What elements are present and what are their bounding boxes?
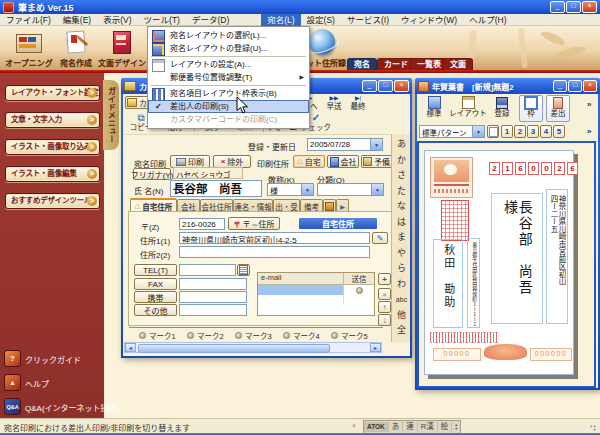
- recipient-name-frame[interactable]: 長谷部 尚吾 様: [491, 193, 543, 324]
- stamp-area[interactable]: [430, 157, 473, 198]
- reg-date-combo[interactable]: 2005/07/28 ▼: [307, 138, 383, 151]
- fax-button[interactable]: FAX: [134, 278, 177, 290]
- opening-button[interactable]: オープニング: [2, 27, 56, 68]
- menu-item-frame-display[interactable]: 宛名項目レイアウト枠表示(B): [148, 87, 309, 100]
- maximize-icon[interactable]: □: [566, 1, 581, 13]
- mark1[interactable]: マーク1: [139, 330, 176, 341]
- atok-mode-e[interactable]: 絵: [438, 422, 453, 432]
- name-field[interactable]: 長谷部 尚吾: [170, 180, 262, 197]
- close-icon[interactable]: ×: [582, 1, 597, 13]
- frame-toggle-button[interactable]: 枠: [519, 95, 543, 122]
- atok-palette[interactable]: ATOK あ 連 R漢 絵 ▲▼: [363, 420, 461, 434]
- pattern-blank-button[interactable]: [487, 125, 499, 138]
- bunmen-design-button[interactable]: 文面デザイン: [96, 27, 148, 68]
- email-column-header[interactable]: e-mail: [258, 273, 344, 284]
- pattern-1-button[interactable]: 1: [501, 125, 513, 138]
- help-link[interactable]: ヘルプ: [25, 378, 49, 389]
- furigana-button[interactable]: フリガナ(Y): [133, 168, 171, 180]
- register-button[interactable]: 登録: [488, 96, 516, 118]
- zip-to-address-button[interactable]: 〒 〒⇔住所: [228, 217, 280, 230]
- index-other[interactable]: 他: [392, 308, 411, 324]
- menu-atena[interactable]: 宛名(L): [261, 14, 300, 26]
- chevron-down-icon[interactable]: ▼: [370, 139, 382, 150]
- index-wa[interactable]: わ: [392, 277, 411, 293]
- card-horizontal-scrollbar[interactable]: ◄ ►: [124, 342, 382, 353]
- furigana-field[interactable]: ハセベ ショウゴ: [173, 167, 243, 179]
- scroll-right-icon[interactable]: ►: [370, 343, 381, 352]
- pattern-4-button[interactable]: 4: [540, 125, 552, 138]
- tel-button[interactable]: TEL(T): [134, 264, 177, 276]
- atok-spinner[interactable]: ▲▼: [452, 423, 460, 431]
- index-a[interactable]: あ: [392, 137, 411, 153]
- index-ka[interactable]: か: [392, 153, 411, 169]
- spare-address-button[interactable]: 予備: [361, 155, 392, 168]
- scroll-left-icon[interactable]: ◄: [125, 343, 136, 352]
- email-row-selected[interactable]: [258, 285, 374, 295]
- menu-item-customer-barcode[interactable]: カスタマバーコードの印刷(C): [148, 113, 309, 126]
- address-edit-button[interactable]: ✎: [372, 232, 388, 244]
- index-ra[interactable]: ら: [392, 261, 411, 277]
- mark4[interactable]: マーク4: [283, 330, 320, 341]
- layout-button[interactable]: レイアウト: [448, 96, 488, 118]
- postcard-window-titlebar[interactable]: 年賀葉書 [新規]無題2 _ □ ×: [415, 78, 600, 94]
- index-ma[interactable]: ま: [392, 230, 411, 246]
- postcard-maximize-icon[interactable]: □: [568, 80, 582, 92]
- sidebar-button-layout-font[interactable]: レイアウト・フォント設定 >: [5, 85, 100, 101]
- sidebar-button-text-input[interactable]: 文章・文字入力 >: [5, 112, 100, 128]
- minimize-icon[interactable]: _: [550, 1, 565, 13]
- menu-edit[interactable]: 編集(E): [57, 14, 97, 26]
- index-na[interactable]: な: [392, 199, 411, 215]
- chevron-down-icon[interactable]: ▼: [472, 126, 484, 137]
- guide-menu-tab[interactable]: ガイドメニュー: [103, 80, 119, 150]
- address1-field[interactable]: 神奈川県川崎市宮前区初山4-2-5: [179, 232, 370, 244]
- menu-item-layout-settings[interactable]: レイアウトの設定(A)...: [148, 58, 309, 71]
- pattern-5-button[interactable]: 5: [553, 125, 565, 138]
- menu-item-zip-adjust[interactable]: 郵便番号位置微調整(T) ▶: [148, 71, 309, 84]
- mark2[interactable]: マーク2: [187, 330, 224, 341]
- nenga-mark[interactable]: [441, 200, 469, 241]
- send-column-header[interactable]: 送信: [344, 273, 374, 284]
- category-combo[interactable]: ▼: [317, 183, 384, 196]
- sender-name-frame[interactable]: 秋田 勘助: [433, 239, 463, 328]
- tel-lookup-button[interactable]: [237, 264, 250, 276]
- card-maximize-icon[interactable]: □: [378, 80, 393, 92]
- card-minimize-icon[interactable]: _: [362, 80, 377, 92]
- toolbar-overflow-icon[interactable]: »: [587, 100, 591, 109]
- fax-field[interactable]: [179, 278, 247, 290]
- zip-field[interactable]: 216-0026: [179, 218, 225, 230]
- postcard-canvas[interactable]: 2 1 6 0 0 2 6 神奈川県川崎市宮前区初山 四ー二ー五 長谷部 尚吾 …: [424, 150, 574, 375]
- menu-window[interactable]: ウィンドウ(W): [395, 14, 463, 26]
- mark3[interactable]: マーク3: [235, 330, 272, 341]
- sidebar-button-design-tools[interactable]: おすすめデザインツール >: [5, 193, 100, 209]
- mode-tab-bunmen[interactable]: 文面: [443, 58, 473, 70]
- recipient-address-frame[interactable]: 神奈川県川崎市宮前区初山 四ー二ー五: [546, 189, 568, 324]
- mark1-radio[interactable]: [139, 332, 146, 339]
- other-field[interactable]: [179, 304, 247, 316]
- email-move-up-button[interactable]: ↑: [378, 301, 391, 313]
- pattern-2-button[interactable]: 2: [514, 125, 526, 138]
- index-ha[interactable]: は: [392, 215, 411, 231]
- pattern-combo[interactable]: 標準パターン ▼: [419, 125, 485, 138]
- tab-home-address[interactable]: ⌂ 自宅住所: [130, 198, 177, 212]
- qa-link[interactable]: Q&A(インターネット接続): [25, 402, 119, 413]
- menu-view[interactable]: 表示(V): [97, 14, 137, 26]
- menu-help[interactable]: ヘルプ(H): [463, 14, 512, 26]
- zip-code-boxes[interactable]: 2 1 6 0 0 2 6: [489, 162, 578, 175]
- mark5-radio[interactable]: [331, 332, 338, 339]
- mobile-button[interactable]: 携帯: [134, 291, 177, 303]
- email-add-button[interactable]: +: [378, 273, 391, 285]
- menu-item-sender-print[interactable]: ✓ 差出人の印刷(S): [148, 100, 309, 113]
- menu-file[interactable]: ファイル(F): [0, 14, 57, 26]
- index-ta[interactable]: た: [392, 184, 411, 200]
- menu-tools[interactable]: ツール(T): [138, 14, 186, 26]
- home-address-button[interactable]: ⌂ 自宅: [293, 155, 325, 168]
- send-radio[interactable]: [356, 287, 363, 294]
- atok-mode-renbunsetsu[interactable]: 連: [403, 422, 418, 432]
- standard-button[interactable]: 標準: [420, 96, 448, 118]
- company-address-button[interactable]: 会社: [327, 155, 359, 168]
- mark4-radio[interactable]: [283, 332, 290, 339]
- atok-mode-hiragana[interactable]: あ: [389, 422, 404, 432]
- email-row[interactable]: [258, 295, 374, 305]
- mark3-radio[interactable]: [235, 332, 242, 339]
- mobile-field[interactable]: [179, 291, 247, 303]
